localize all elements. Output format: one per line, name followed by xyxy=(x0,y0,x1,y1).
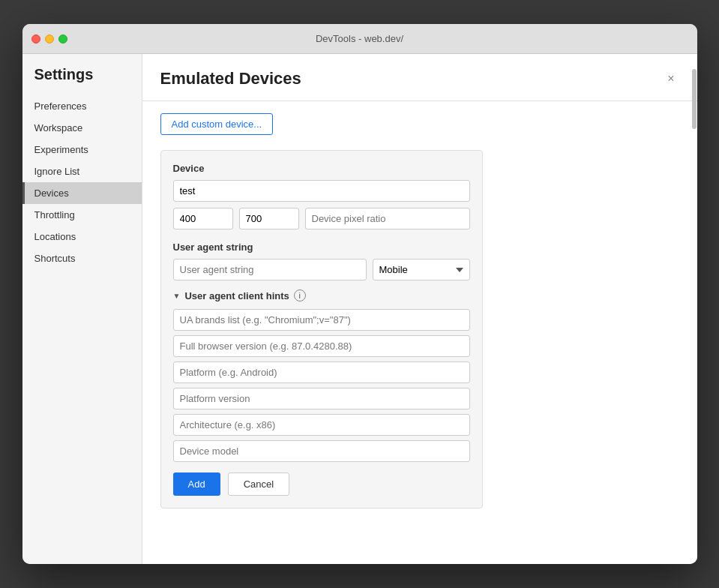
minimize-window-button[interactable] xyxy=(45,34,54,44)
platform-input[interactable] xyxy=(173,362,470,383)
cancel-button[interactable]: Cancel xyxy=(228,472,289,496)
main-header: Emulated Devices × xyxy=(142,54,697,101)
sidebar-item-workspace[interactable]: Workspace xyxy=(22,117,142,139)
client-hints-label: User agent client hints xyxy=(184,290,289,302)
sidebar-item-shortcuts[interactable]: Shortcuts xyxy=(22,248,142,269)
close-window-button[interactable] xyxy=(31,34,40,44)
main-content: Emulated Devices × Add custom device... … xyxy=(142,54,697,564)
page-title: Emulated Devices xyxy=(160,69,301,88)
sidebar-item-locations[interactable]: Locations xyxy=(22,226,142,248)
close-button[interactable]: × xyxy=(663,70,679,87)
titlebar: DevTools - web.dev/ xyxy=(22,24,697,54)
scrollbar-thumb[interactable] xyxy=(692,69,697,129)
pixel-ratio-input[interactable] xyxy=(305,208,470,230)
width-input[interactable] xyxy=(173,208,233,230)
client-hints-header[interactable]: ▼ User agent client hints i xyxy=(173,290,470,302)
dimensions-row xyxy=(173,208,470,230)
collapse-arrow-icon: ▼ xyxy=(173,292,181,300)
devtools-window: DevTools - web.dev/ Settings Preferences… xyxy=(22,24,697,564)
ua-row: Mobile Desktop Tablet xyxy=(173,259,470,280)
sidebar-item-devices[interactable]: Devices xyxy=(22,182,142,204)
ua-type-select[interactable]: Mobile Desktop Tablet xyxy=(373,259,470,280)
add-button[interactable]: Add xyxy=(173,472,220,496)
sidebar-item-preferences[interactable]: Preferences xyxy=(22,95,142,117)
device-name-input[interactable] xyxy=(173,180,470,202)
platform-version-input[interactable] xyxy=(173,388,470,410)
sidebar-item-experiments[interactable]: Experiments xyxy=(22,139,142,160)
sidebar-item-throttling[interactable]: Throttling xyxy=(22,204,142,226)
sidebar-item-ignore-list[interactable]: Ignore List xyxy=(22,160,142,182)
hint-inputs xyxy=(173,309,470,462)
height-input[interactable] xyxy=(239,208,299,230)
device-section-label: Device xyxy=(173,163,470,174)
ua-section-label: User agent string xyxy=(173,242,470,253)
ua-string-input[interactable] xyxy=(173,259,367,280)
sidebar-title: Settings xyxy=(22,66,142,95)
maximize-window-button[interactable] xyxy=(58,34,67,44)
window-body: Settings Preferences Workspace Experimen… xyxy=(22,54,697,564)
traffic-lights xyxy=(31,34,67,44)
info-icon[interactable]: i xyxy=(294,290,306,302)
window-title: DevTools - web.dev/ xyxy=(316,33,403,44)
sidebar: Settings Preferences Workspace Experimen… xyxy=(22,54,142,564)
action-buttons: Add Cancel xyxy=(173,472,470,496)
architecture-input[interactable] xyxy=(173,414,470,436)
device-model-input[interactable] xyxy=(173,440,470,462)
main-body: Add custom device... Device User agent s… xyxy=(142,101,697,520)
ua-section: User agent string Mobile Desktop Tablet xyxy=(173,242,470,280)
device-form: Device User agent string Mobile xyxy=(160,150,483,508)
full-browser-version-input[interactable] xyxy=(173,335,470,357)
scrollbar-track[interactable] xyxy=(691,54,697,564)
ua-brands-input[interactable] xyxy=(173,309,470,331)
add-custom-device-button[interactable]: Add custom device... xyxy=(160,113,274,135)
